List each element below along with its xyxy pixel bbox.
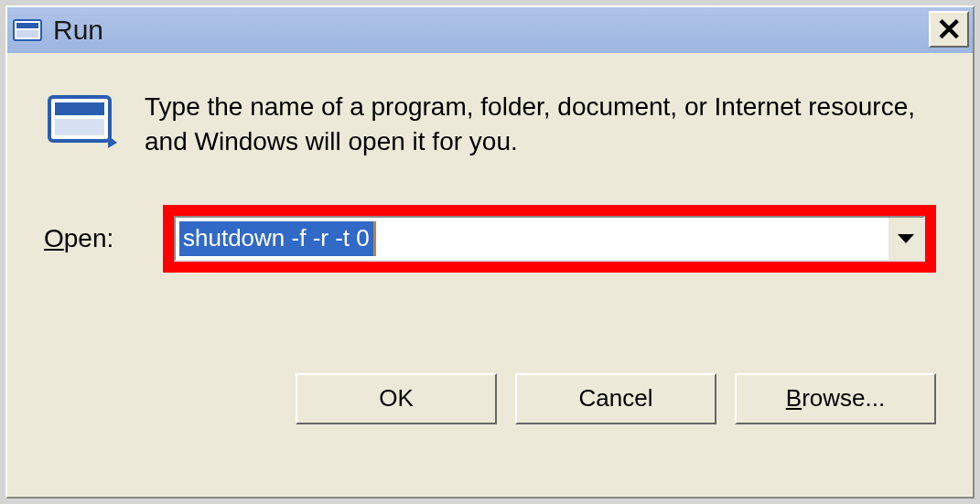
dialog-body: Type the name of a program, folder, docu… — [7, 53, 973, 452]
close-button[interactable]: ✕ — [929, 11, 969, 48]
open-combobox-value[interactable]: shutdown -f -r -t 0 — [179, 221, 373, 256]
svg-marker-6 — [108, 135, 117, 148]
button-row: OK Cancel Browse... — [44, 373, 936, 424]
ok-button[interactable]: OK — [296, 373, 497, 424]
run-dialog-window: Run ✕ Type the name of a program, folder… — [5, 5, 975, 499]
titlebar[interactable]: Run ✕ — [7, 7, 973, 53]
window-title: Run — [53, 15, 103, 46]
svg-rect-2 — [16, 30, 38, 38]
svg-rect-4 — [55, 102, 104, 115]
close-icon: ✕ — [936, 14, 962, 45]
run-dialog-icon — [44, 90, 117, 149]
open-label: Open: — [44, 224, 163, 253]
open-combobox[interactable]: shutdown -f -r -t 0 — [174, 216, 925, 262]
svg-rect-5 — [55, 119, 104, 135]
run-sysmenu-icon[interactable] — [13, 17, 44, 43]
cancel-button[interactable]: Cancel — [515, 373, 716, 424]
combobox-dropdown-button[interactable] — [887, 218, 923, 260]
instruction-text: Type the name of a program, folder, docu… — [145, 90, 936, 159]
annotation-highlight: shutdown -f -r -t 0 — [163, 205, 936, 273]
browse-button[interactable]: Browse... — [735, 373, 936, 424]
svg-rect-1 — [16, 23, 38, 28]
chevron-down-icon — [898, 234, 914, 243]
